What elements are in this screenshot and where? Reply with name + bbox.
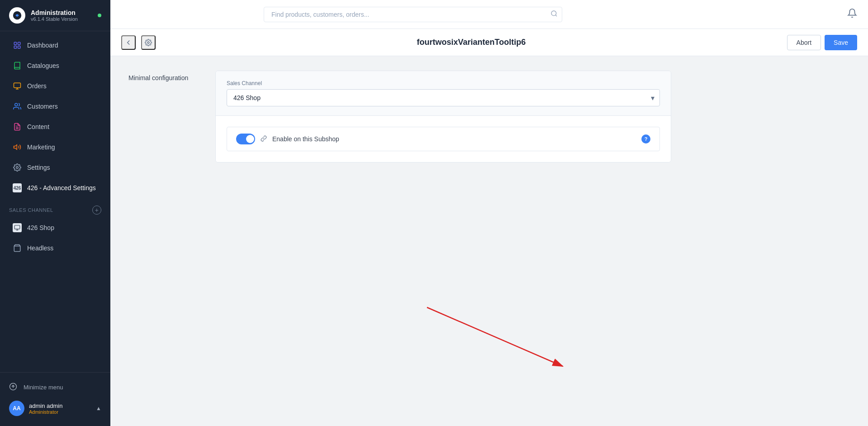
- svg-marker-10: [14, 145, 17, 150]
- sidebar-item-label: 426 - Advanced Settings: [27, 184, 96, 191]
- page-title: fourtwosixVariantenTooltip6: [156, 38, 787, 47]
- sidebar-item-label: Headless: [27, 244, 53, 252]
- link-icon: [261, 135, 267, 143]
- search-icon[interactable]: [550, 10, 558, 19]
- content-area: Minimal configuration Sales Channel 426 …: [110, 56, 868, 426]
- minimize-label: Minimize menu: [24, 384, 63, 391]
- sidebar-item-label: Settings: [27, 164, 50, 171]
- svg-line-22: [427, 307, 563, 366]
- add-sales-channel-button[interactable]: +: [92, 206, 101, 215]
- notification-bell[interactable]: [847, 8, 857, 20]
- help-icon[interactable]: ?: [641, 134, 650, 144]
- sidebar-item-content[interactable]: Content: [4, 117, 107, 137]
- sidebar-item-label: 426 Shop: [27, 224, 54, 231]
- toggle-track: [236, 134, 255, 144]
- orders-icon: [13, 81, 22, 91]
- sidebar-footer: Minimize menu AA admin admin Administrat…: [0, 372, 110, 426]
- dashboard-icon: [13, 41, 22, 50]
- sidebar: Administration v6.1.4 Stable Version Das…: [0, 0, 110, 426]
- sidebar-item-orders[interactable]: Orders: [4, 76, 107, 96]
- user-menu[interactable]: AA admin admin Administrator ▲: [0, 396, 110, 421]
- 426shop-icon: [13, 223, 22, 232]
- sidebar-item-label: Marketing: [27, 144, 55, 151]
- headless-icon: [13, 244, 22, 253]
- main-content: fourtwosixVariantenTooltip6 Abort Save M…: [110, 0, 868, 426]
- config-card: Sales Channel 426 Shop Headless ▾: [215, 71, 671, 163]
- sidebar-item-label: Customers: [27, 103, 58, 110]
- sidebar-item-label: Catalogues: [27, 62, 59, 69]
- content-layout: Minimal configuration Sales Channel 426 …: [128, 71, 671, 163]
- chevron-up-icon: ▲: [96, 405, 101, 412]
- search-input[interactable]: [264, 7, 562, 22]
- page-header: fourtwosixVariantenTooltip6 Abort Save: [110, 29, 868, 56]
- content-icon: [13, 122, 22, 131]
- page-actions: Abort Save: [787, 35, 857, 50]
- sales-channel-section: Sales Channel +: [0, 198, 110, 217]
- sales-channel-label: Sales Channel: [227, 80, 660, 86]
- annotation-arrow: [391, 303, 572, 375]
- user-info: admin admin Administrator: [29, 402, 96, 415]
- save-button[interactable]: Save: [825, 35, 857, 50]
- toggle-label: Enable on this Subshop: [272, 135, 636, 143]
- section-label: Minimal configuration: [128, 71, 201, 163]
- status-dot: [98, 14, 101, 17]
- minimize-icon: [9, 383, 18, 392]
- search-box: [264, 7, 562, 22]
- svg-line-19: [555, 15, 557, 16]
- toggle-section: Enable on this Subshop ?: [216, 116, 671, 162]
- svg-rect-2: [18, 42, 20, 44]
- brand-version: v6.1.4 Stable Version: [31, 16, 78, 22]
- sidebar-item-settings[interactable]: Settings: [4, 158, 107, 177]
- sidebar-header: Administration v6.1.4 Stable Version: [0, 0, 110, 31]
- sidebar-item-426shop[interactable]: 426 Shop: [4, 218, 107, 238]
- topbar: [110, 0, 868, 29]
- sales-channel-select-wrapper: 426 Shop Headless ▾: [227, 89, 660, 106]
- sales-channel-label: Sales Channel: [9, 207, 53, 213]
- sidebar-nav: Dashboard Catalogues Orders: [0, 31, 110, 372]
- app-logo: [9, 7, 25, 24]
- svg-rect-1: [14, 42, 16, 44]
- customers-icon: [13, 102, 22, 111]
- sidebar-item-label: Orders: [27, 82, 47, 90]
- sidebar-item-label: Dashboard: [27, 42, 58, 49]
- sales-channel-section: Sales Channel 426 Shop Headless ▾: [216, 71, 671, 116]
- svg-rect-4: [18, 46, 20, 48]
- svg-point-11: [16, 167, 19, 169]
- sidebar-item-dashboard[interactable]: Dashboard: [4, 35, 107, 55]
- catalogues-icon: [13, 61, 22, 70]
- advanced-icon: 426: [13, 183, 22, 192]
- marketing-icon: [13, 143, 22, 152]
- page-settings-button[interactable]: [141, 35, 156, 50]
- sales-channel-select[interactable]: 426 Shop Headless: [227, 89, 660, 106]
- user-role: Administrator: [29, 409, 96, 415]
- sidebar-item-catalogues[interactable]: Catalogues: [4, 56, 107, 76]
- svg-rect-3: [14, 46, 16, 48]
- avatar: AA: [9, 401, 24, 416]
- minimize-menu-button[interactable]: Minimize menu: [0, 378, 110, 396]
- sidebar-item-headless[interactable]: Headless: [4, 238, 107, 258]
- sidebar-item-customers[interactable]: Customers: [4, 96, 107, 116]
- enable-subshop-toggle-row: Enable on this Subshop ?: [227, 127, 660, 151]
- toggle-thumb: [246, 135, 254, 143]
- svg-rect-12: [14, 225, 20, 229]
- sidebar-item-advanced[interactable]: 426 426 - Advanced Settings: [4, 178, 107, 198]
- user-name: admin admin: [29, 402, 96, 409]
- svg-point-20: [147, 42, 149, 43]
- settings-icon: [13, 163, 22, 172]
- svg-rect-5: [14, 83, 21, 88]
- enable-subshop-toggle[interactable]: [236, 134, 255, 144]
- brand-text: Administration v6.1.4 Stable Version: [31, 9, 78, 22]
- back-button[interactable]: [121, 35, 136, 50]
- sidebar-item-marketing[interactable]: Marketing: [4, 137, 107, 157]
- abort-button[interactable]: Abort: [787, 35, 821, 50]
- brand-name: Administration: [31, 9, 78, 16]
- sidebar-item-label: Content: [27, 123, 49, 130]
- svg-point-6: [15, 103, 18, 106]
- svg-point-18: [551, 11, 556, 16]
